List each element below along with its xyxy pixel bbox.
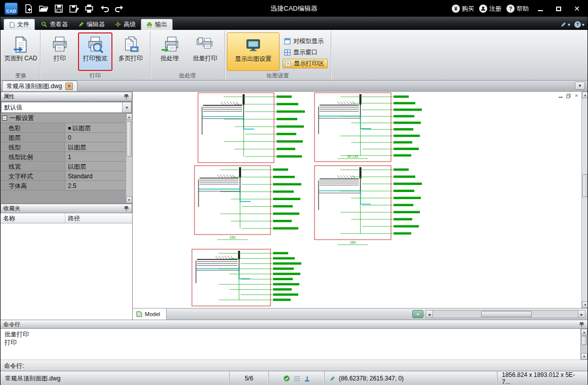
pin-icon[interactable] (124, 94, 129, 99)
property-row-textheight[interactable]: 字体高 2.5 (1, 181, 126, 190)
scroll-up-icon[interactable]: ▲ (582, 92, 587, 98)
document-tab[interactable]: 常规吊顶剖面图.dwg ✕ (2, 81, 77, 91)
model-display-option[interactable]: 对模型显示 (283, 36, 328, 46)
batch-process-button[interactable]: 批处理 (152, 32, 187, 71)
multipage-print-button[interactable]: 多页打印 (113, 32, 148, 71)
minimize-button[interactable] (534, 3, 547, 14)
quick-print-button[interactable] (83, 3, 96, 15)
pin-icon[interactable] (124, 206, 129, 211)
favorites-col-name[interactable]: 名称 (1, 213, 65, 223)
open-folder-icon (38, 4, 49, 14)
print-button[interactable]: 打印 (43, 32, 77, 71)
document-tab-label: 常规吊顶剖面图.dwg (7, 82, 62, 91)
property-row-lineweight[interactable]: 线宽 以图层 (1, 162, 126, 171)
model-tab[interactable]: Model (133, 309, 167, 320)
save-as-button[interactable] (67, 3, 81, 15)
property-row-textstyle[interactable]: 文字样式 Standard (1, 171, 126, 181)
property-section-general[interactable]: − 一般设置 (1, 113, 126, 123)
property-row-layer[interactable]: 图层 0 (1, 133, 126, 142)
save-button[interactable] (52, 3, 65, 15)
maximize-button[interactable] (552, 3, 565, 14)
ortho-toggle-icon[interactable] (304, 375, 310, 382)
collapse-icon[interactable]: − (2, 115, 7, 121)
main-area: 属性 默认值 ▼ − 一般设置 色彩 (1, 92, 587, 320)
ribbon-group-plot: 显示出图设置 对模型显示 显示窗口 显示打印区 (225, 31, 331, 80)
drawing-minimize-button[interactable] (559, 97, 563, 98)
model-display-icon (284, 38, 291, 45)
batch-print-icon (197, 36, 214, 53)
scroll-thumb[interactable] (582, 174, 587, 197)
undo-button[interactable] (98, 3, 111, 15)
snap-toggle-icon[interactable] (283, 375, 290, 382)
ribbon: 页面到 CAD 变换 打印 打印预览 多页打印 打印 (1, 30, 587, 81)
property-row-linetype-scale[interactable]: 线型比例 1 (1, 152, 126, 162)
favorites-column-headers: 名称 路径 (1, 213, 132, 223)
redo-button[interactable] (113, 3, 126, 15)
tab-output[interactable]: 输出 (141, 19, 173, 30)
plot-settings-button[interactable]: 显示出图设置 (227, 32, 280, 71)
command-prompt-label: 命令行: (4, 362, 24, 370)
property-grid-scrollbar[interactable]: ▲ ▼ (126, 113, 132, 203)
file-tab-icon (9, 22, 15, 28)
scroll-up-icon[interactable]: ▲ (581, 329, 587, 335)
status-filename: 常规吊顶剖面图.dwg (1, 371, 229, 385)
pin-icon[interactable] (579, 322, 584, 327)
drawing-viewport[interactable]: 60 120150150 ✕ (133, 92, 581, 308)
document-tab-bar: 常规吊顶剖面图.dwg ✕ ▼ (1, 81, 587, 92)
command-scrollbar[interactable]: ▲ ▼ (580, 329, 587, 360)
style-tool-button[interactable]: ▾ (560, 21, 570, 28)
scroll-down-icon[interactable]: ▼ (126, 197, 132, 203)
grid-toggle-icon[interactable] (294, 375, 300, 382)
command-history[interactable]: 批量打印 打印 ▲ ▼ (1, 329, 587, 360)
property-row-color[interactable]: 色彩 ■以图层 (1, 123, 126, 133)
group-label-batch: 批处理 (152, 72, 222, 80)
scroll-right-icon[interactable]: ▶ (578, 311, 585, 318)
scroll-down-icon[interactable]: ▼ (582, 301, 587, 308)
ribbon-help-button[interactable]: ? ▾ (574, 21, 584, 28)
drawing-window-controls: ✕ (559, 93, 578, 98)
preset-select[interactable]: 默认值 ▼ (1, 102, 132, 113)
scroll-thumb[interactable] (481, 311, 532, 317)
scroll-down-icon[interactable]: ▼ (581, 353, 587, 360)
close-icon: ✕ (574, 5, 580, 13)
new-file-button[interactable] (22, 3, 35, 15)
combo-arrow-icon[interactable]: ▼ (122, 102, 131, 112)
properties-title: 属性 (4, 93, 15, 100)
print-preview-button[interactable]: 打印预览 (78, 32, 112, 71)
status-bar: 常规吊顶剖面图.dwg 5/6 (86.62378; 2615.347; 0) … (1, 371, 587, 385)
left-panel: 属性 默认值 ▼ − 一般设置 色彩 (1, 92, 133, 320)
document-tab-list-button[interactable]: ▼ (575, 82, 585, 90)
scroll-up-icon[interactable]: ▲ (126, 113, 132, 120)
layout-list-button[interactable]: ▼ (412, 310, 423, 318)
register-button[interactable]: 注册 (479, 5, 501, 13)
favorites-col-path[interactable]: 路径 (65, 213, 132, 223)
command-input-row[interactable]: 命令行: (1, 360, 587, 371)
canvas-vertical-scrollbar[interactable]: ▲ ▼ (581, 92, 587, 308)
page-to-cad-button[interactable]: 页面到 CAD (4, 32, 38, 71)
scroll-thumb[interactable] (581, 336, 587, 345)
tab-advanced[interactable]: 高级 (110, 19, 141, 30)
cad-drawing[interactable]: 60 120150150 (133, 92, 581, 308)
document-close-button[interactable]: ✕ (65, 83, 73, 90)
drawing-close-button[interactable]: ✕ (574, 93, 578, 98)
favorites-list[interactable] (1, 223, 132, 320)
batch-print-button[interactable]: 批量打印 (188, 32, 222, 71)
redo-icon (114, 4, 125, 14)
tab-file[interactable]: 文件 (4, 19, 35, 30)
tab-editor[interactable]: 编辑器 (73, 19, 110, 30)
group-label-plot: 绘图设置 (227, 72, 329, 80)
tab-viewer[interactable]: 查看器 (36, 19, 73, 30)
show-window-option[interactable]: 显示窗口 (283, 48, 328, 57)
user-icon (479, 5, 487, 13)
scroll-thumb[interactable] (127, 121, 132, 157)
show-print-area-option[interactable]: 显示打印区 (283, 59, 328, 68)
buy-button[interactable]: ¥ 购买 (452, 5, 474, 13)
open-file-button[interactable] (37, 3, 50, 15)
drawing-restore-button[interactable] (566, 94, 571, 98)
close-button[interactable]: ✕ (570, 3, 583, 14)
ribbon-tab-bar: 文件 查看器 编辑器 高级 输出 ▾ ? ▾ (1, 17, 587, 30)
canvas-horizontal-scrollbar[interactable]: ◀ ▶ (425, 310, 585, 318)
property-row-linetype[interactable]: 线型 以图层 (1, 142, 126, 152)
help-button[interactable]: ? 帮助 (506, 5, 529, 13)
scroll-left-icon[interactable]: ◀ (426, 311, 433, 318)
